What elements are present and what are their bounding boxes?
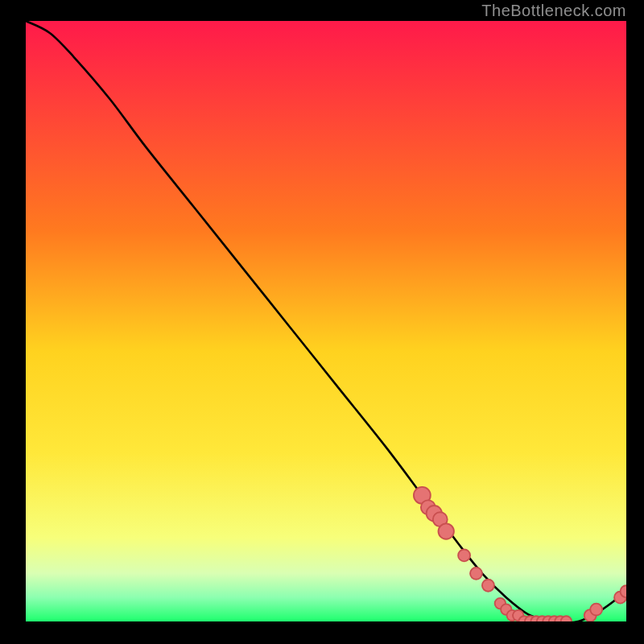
data-points	[414, 487, 626, 621]
data-point	[561, 616, 572, 621]
data-point	[470, 568, 482, 580]
data-point	[439, 523, 454, 539]
bottleneck-curve	[26, 21, 626, 621]
watermark-text: TheBottleneck.com	[481, 2, 626, 20]
data-point	[621, 585, 626, 597]
data-point	[458, 549, 470, 561]
curve-layer	[26, 21, 626, 621]
plot-area	[26, 21, 626, 621]
data-point	[590, 604, 602, 616]
data-point	[482, 580, 494, 592]
chart-stage: TheBottleneck.com	[0, 0, 644, 644]
